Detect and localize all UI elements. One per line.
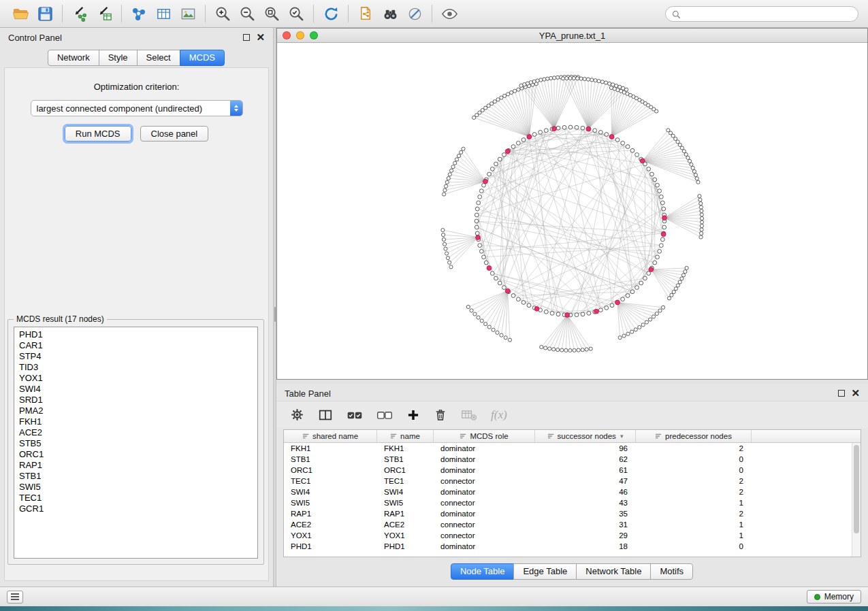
graphics-details-button[interactable] — [402, 3, 427, 24]
network-node[interactable] — [648, 318, 652, 321]
close-panel-icon[interactable]: ✕ — [256, 34, 265, 41]
table-settings-button[interactable] — [290, 408, 304, 422]
network-node[interactable] — [498, 281, 502, 285]
network-node[interactable] — [548, 347, 551, 350]
network-node[interactable] — [692, 169, 696, 173]
network-node[interactable] — [484, 261, 488, 265]
network-node[interactable] — [594, 79, 597, 82]
dominator-node[interactable] — [476, 235, 481, 240]
network-node[interactable] — [630, 330, 634, 333]
network-node[interactable] — [590, 78, 594, 82]
table-row[interactable]: SWI4SWI4dominator462 — [284, 486, 861, 497]
network-node[interactable] — [450, 169, 453, 172]
network-node[interactable] — [445, 180, 449, 184]
network-node[interactable] — [478, 195, 482, 199]
network-node[interactable] — [583, 77, 586, 80]
table-row[interactable]: SWI5SWI5connector431 — [284, 497, 861, 508]
network-node[interactable] — [516, 297, 520, 301]
network-node[interactable] — [659, 244, 663, 248]
network-node[interactable] — [441, 229, 445, 232]
network-node[interactable] — [700, 231, 703, 235]
network-node[interactable] — [610, 303, 614, 308]
network-node[interactable] — [532, 80, 536, 83]
criterion-select[interactable]: largest connected component (undirected) — [31, 100, 243, 116]
network-node[interactable] — [698, 195, 701, 198]
network-node[interactable] — [608, 82, 611, 85]
network-node[interactable] — [498, 157, 502, 161]
network-node[interactable] — [507, 93, 510, 96]
zoom-in-button[interactable] — [210, 3, 235, 24]
network-node[interactable] — [700, 228, 703, 231]
network-node[interactable] — [490, 271, 494, 276]
network-node[interactable] — [690, 163, 693, 166]
tab-mcds[interactable]: MCDS — [180, 50, 225, 66]
network-node[interactable] — [504, 336, 507, 340]
network-node[interactable] — [487, 325, 491, 329]
find-button[interactable] — [378, 3, 402, 24]
network-node[interactable] — [478, 244, 482, 248]
network-node[interactable] — [442, 237, 445, 241]
dominator-node[interactable] — [552, 127, 557, 131]
network-node[interactable] — [647, 271, 651, 276]
dominator-node[interactable] — [565, 313, 570, 318]
close-panel-button[interactable]: Close panel — [140, 126, 209, 142]
save-session-button[interactable] — [33, 3, 57, 24]
column-header-predecessor-nodes[interactable]: predecessor nodes — [636, 430, 752, 442]
network-node[interactable] — [556, 126, 560, 130]
network-node[interactable] — [685, 266, 688, 269]
search-input[interactable] — [681, 10, 844, 19]
network-node[interactable] — [441, 233, 445, 236]
network-node[interactable] — [661, 306, 664, 309]
network-node[interactable] — [653, 261, 657, 265]
network-node[interactable] — [609, 86, 613, 89]
network-node[interactable] — [500, 333, 503, 337]
network-node[interactable] — [560, 348, 564, 352]
mcds-result-item[interactable]: GCR1 — [14, 503, 257, 514]
dominator-node[interactable] — [640, 159, 645, 163]
network-node[interactable] — [539, 78, 543, 82]
dominator-node[interactable] — [483, 179, 488, 184]
network-node[interactable] — [621, 141, 625, 145]
network-node[interactable] — [484, 323, 487, 326]
dominator-node[interactable] — [586, 127, 591, 131]
network-node[interactable] — [457, 154, 460, 157]
network-node[interactable] — [544, 346, 547, 350]
column-header-successor-nodes[interactable]: successor nodes ▾ — [535, 430, 636, 442]
network-node[interactable] — [494, 162, 498, 166]
tab-edge-table[interactable]: Edge Table — [513, 563, 577, 580]
network-node[interactable] — [544, 310, 548, 314]
dominator-node[interactable] — [487, 266, 492, 271]
network-node[interactable] — [674, 287, 677, 291]
network-node[interactable] — [516, 141, 520, 145]
tab-network[interactable]: Network — [48, 50, 99, 66]
network-node[interactable] — [699, 205, 703, 209]
mcds-result-item[interactable]: RAP1 — [14, 460, 257, 471]
float-panel-icon[interactable] — [243, 34, 250, 41]
network-node[interactable] — [581, 348, 584, 352]
network-node[interactable] — [568, 348, 572, 352]
network-node[interactable] — [492, 328, 495, 331]
network-node[interactable] — [645, 320, 648, 324]
network-node[interactable] — [598, 130, 602, 134]
add-column-button[interactable] — [406, 408, 420, 422]
network-node[interactable] — [487, 172, 492, 176]
network-node[interactable] — [694, 174, 697, 177]
network-node[interactable] — [667, 297, 671, 300]
network-node[interactable] — [681, 274, 685, 277]
network-node[interactable] — [447, 176, 450, 180]
column-header-mcds-role[interactable]: MCDS role — [434, 430, 535, 442]
network-node[interactable] — [451, 165, 455, 169]
network-node[interactable] — [519, 84, 523, 87]
network-node[interactable] — [445, 252, 448, 255]
network-node[interactable] — [691, 166, 694, 169]
network-node[interactable] — [477, 201, 481, 205]
network-node[interactable] — [688, 159, 691, 163]
network-node[interactable] — [575, 313, 579, 317]
mcds-result-item[interactable]: SRD1 — [14, 395, 257, 406]
network-node[interactable] — [655, 312, 658, 315]
network-node[interactable] — [699, 201, 703, 205]
network-node[interactable] — [626, 145, 630, 149]
network-node[interactable] — [496, 98, 500, 101]
network-node[interactable] — [656, 255, 660, 259]
network-node[interactable] — [682, 150, 686, 153]
